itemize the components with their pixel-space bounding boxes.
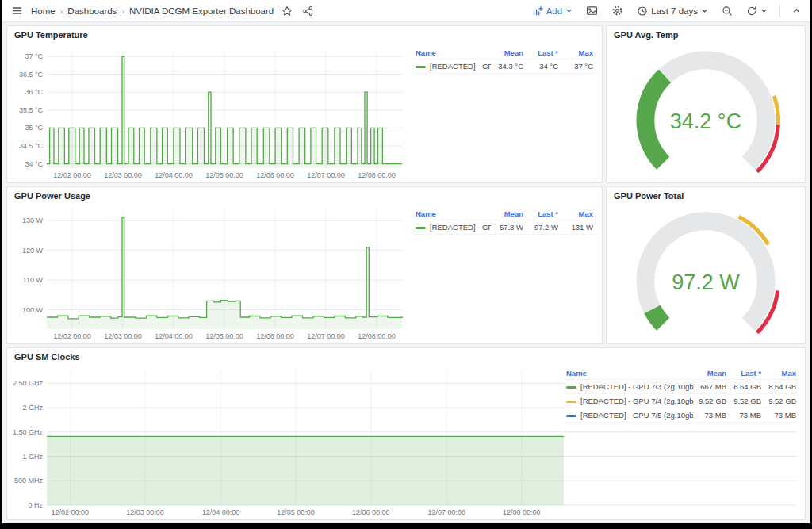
- svg-text:12/08 00:00: 12/08 00:00: [358, 171, 396, 179]
- series-name: [REDACTED] - GPU 7: [430, 223, 491, 232]
- svg-text:2 GHz: 2 GHz: [22, 404, 43, 412]
- svg-text:12/02 00:00: 12/02 00:00: [53, 171, 91, 179]
- grafana-app: Home › Dashboards › NVIDIA DCGM Exporter…: [2, 0, 810, 523]
- zoom-out-button[interactable]: [720, 4, 734, 18]
- series-toggle[interactable]: [REDACTED] - GPU 7/5 (2g.10gb): [564, 408, 694, 423]
- add-button-label: Add: [546, 6, 562, 16]
- time-range-picker[interactable]: Last 7 days: [635, 4, 710, 18]
- legend-max-value: 37 °C: [561, 59, 596, 74]
- gpu-avg-temp-gauge: 34.2 °C: [607, 44, 805, 181]
- chevron-up-icon: [792, 6, 801, 15]
- gpu-sm-clocks-legend: Name Mean Last * Max [REDACTED] - GPU 7/…: [564, 367, 799, 423]
- legend-last-value: 34 °C: [526, 59, 561, 74]
- legend-header-last[interactable]: Last *: [729, 367, 764, 380]
- legend-last-value: 9.52 GB: [729, 394, 764, 408]
- svg-text:34.5 °C: 34.5 °C: [19, 142, 44, 150]
- svg-text:34.2 °C: 34.2 °C: [670, 109, 741, 133]
- series-name: [REDACTED] - GPU 7: [430, 62, 491, 71]
- breadcrumb: Home › Dashboards › NVIDIA DCGM Exporter…: [31, 6, 274, 16]
- svg-text:12/04 00:00: 12/04 00:00: [155, 332, 193, 340]
- breadcrumb-home[interactable]: Home: [31, 6, 56, 16]
- chevron-down-icon: [565, 7, 573, 14]
- svg-text:12/07 00:00: 12/07 00:00: [307, 332, 345, 340]
- legend-header-name[interactable]: Name: [413, 208, 491, 220]
- legend-header-mean[interactable]: Mean: [491, 47, 526, 59]
- gpu-power-usage-chart[interactable]: 100 W110 W120 W130 W12/02 00:0012/03 00:…: [9, 205, 408, 342]
- panel-gpu-power-total: GPU Power Total 97.2 W: [606, 186, 806, 344]
- gpu-temperature-chart[interactable]: 34 °C34.5 °C35 °C35.5 °C36 °C36.5 °C37 °…: [9, 44, 408, 181]
- svg-text:12/05 00:00: 12/05 00:00: [277, 508, 315, 516]
- gpu-temperature-legend: Name Mean Last * Max [REDACTED] - GPU 7 …: [413, 47, 596, 74]
- chevron-down-icon: [701, 7, 708, 14]
- refresh-button[interactable]: [745, 4, 769, 18]
- legend-row: [REDACTED] - GPU 7/4 (2g.10gb) 9.52 GB 9…: [564, 394, 799, 408]
- series-color-swatch: [566, 386, 576, 389]
- chevron-down-icon: [760, 7, 768, 14]
- panel-title-gpu-avg-temp[interactable]: GPU Avg. Temp: [607, 26, 805, 44]
- legend-header-last[interactable]: Last *: [526, 208, 561, 220]
- legend-header-last[interactable]: Last *: [526, 47, 561, 59]
- breadcrumb-dashboards[interactable]: Dashboards: [67, 6, 117, 16]
- series-name: [REDACTED] - GPU 7/3 (2g.10gb): [580, 382, 694, 391]
- series-color-swatch: [566, 401, 576, 403]
- legend-header-max[interactable]: Max: [561, 208, 596, 220]
- panel-title-gpu-power-total[interactable]: GPU Power Total: [607, 187, 805, 205]
- legend-header-mean[interactable]: Mean: [491, 208, 526, 220]
- series-toggle[interactable]: [REDACTED] - GPU 7/3 (2g.10gb): [564, 380, 694, 394]
- collapse-toolbar-button[interactable]: [791, 5, 802, 17]
- legend-max-value: 8.64 GB: [764, 380, 799, 394]
- dashboard-settings-button[interactable]: [610, 3, 625, 18]
- breadcrumb-current-dashboard: NVIDIA DCGM Exporter Dashboard: [129, 6, 274, 16]
- screen-frame: Home › Dashboards › NVIDIA DCGM Exporter…: [0, 0, 812, 529]
- panel-gpu-temperature: GPU Temperature 34 °C34.5 °C35 °C35.5 °C…: [6, 25, 603, 183]
- panel-title-gpu-power-usage[interactable]: GPU Power Usage: [7, 187, 602, 205]
- favorite-star-button[interactable]: [280, 4, 294, 18]
- clock-icon: [637, 6, 648, 17]
- export-image-button[interactable]: [584, 3, 599, 18]
- legend-header-name[interactable]: Name: [413, 47, 491, 59]
- panel-gpu-sm-clocks: GPU SM Clocks 0 Hz500 MHz1 GHz1.50 GHz2 …: [6, 347, 806, 520]
- svg-text:12/02 00:00: 12/02 00:00: [52, 508, 90, 516]
- svg-text:500 MHz: 500 MHz: [14, 477, 44, 485]
- legend-mean-value: 57.8 W: [491, 220, 526, 235]
- legend-mean-value: 73 MB: [694, 408, 729, 423]
- svg-text:12/04 00:00: 12/04 00:00: [155, 171, 193, 179]
- legend-header-max[interactable]: Max: [561, 47, 596, 59]
- svg-text:2.50 GHz: 2.50 GHz: [13, 379, 44, 387]
- svg-text:1.50 GHz: 1.50 GHz: [13, 428, 44, 436]
- zoom-out-icon: [722, 6, 733, 17]
- share-button[interactable]: [301, 4, 315, 18]
- svg-text:97.2 W: 97.2 W: [672, 270, 740, 294]
- svg-text:12/07 00:00: 12/07 00:00: [307, 171, 345, 179]
- svg-text:12/03 00:00: 12/03 00:00: [104, 171, 142, 179]
- svg-text:12/06 00:00: 12/06 00:00: [256, 171, 294, 179]
- svg-text:12/06 00:00: 12/06 00:00: [352, 508, 390, 516]
- svg-text:35.5 °C: 35.5 °C: [19, 106, 44, 114]
- image-icon: [586, 5, 598, 17]
- panel-title-gpu-sm-clocks[interactable]: GPU SM Clocks: [7, 348, 805, 366]
- svg-text:37 °C: 37 °C: [25, 52, 43, 60]
- series-toggle[interactable]: [REDACTED] - GPU 7/4 (2g.10gb): [564, 394, 694, 408]
- svg-text:0 Hz: 0 Hz: [28, 501, 43, 509]
- series-toggle[interactable]: [REDACTED] - GPU 7: [413, 59, 491, 74]
- svg-text:120 W: 120 W: [22, 247, 44, 255]
- svg-text:12/06 00:00: 12/06 00:00: [256, 332, 294, 340]
- breadcrumb-separator: ›: [60, 6, 63, 16]
- legend-header-mean[interactable]: Mean: [694, 367, 729, 380]
- legend-header-name[interactable]: Name: [564, 367, 694, 380]
- series-toggle[interactable]: [REDACTED] - GPU 7: [413, 220, 491, 235]
- svg-text:34 °C: 34 °C: [25, 160, 43, 168]
- series-name: [REDACTED] - GPU 7/4 (2g.10gb): [580, 397, 694, 405]
- legend-header-max[interactable]: Max: [764, 367, 799, 380]
- toolbar-divider: [779, 5, 780, 17]
- legend-row: [REDACTED] - GPU 7 34.3 °C 34 °C 37 °C: [413, 59, 596, 74]
- panel-title-gpu-temperature[interactable]: GPU Temperature: [7, 26, 602, 44]
- legend-mean-value: 667 MB: [694, 380, 729, 394]
- svg-text:110 W: 110 W: [23, 276, 44, 284]
- svg-text:12/04 00:00: 12/04 00:00: [202, 508, 240, 516]
- menu-toggle-button[interactable]: [10, 3, 25, 18]
- dashboard-canvas: GPU Temperature 34 °C34.5 °C35 °C35.5 °C…: [2, 22, 810, 523]
- add-button[interactable]: Add: [530, 4, 574, 18]
- hamburger-icon: [11, 5, 23, 17]
- series-color-swatch: [416, 66, 426, 68]
